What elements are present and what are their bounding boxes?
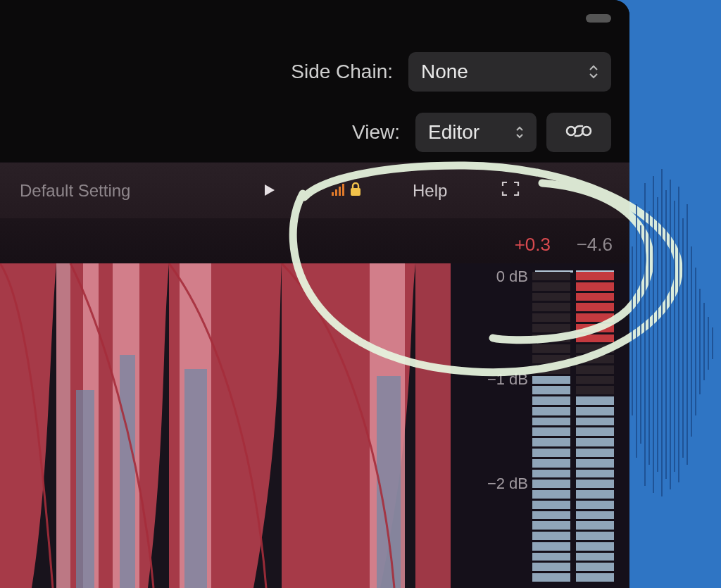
meter-segment	[532, 490, 570, 499]
db-scale: 0 dB −1 dB −2 dB	[451, 263, 535, 588]
meter-segment	[576, 324, 614, 332]
meter-segment	[576, 501, 614, 509]
sidechain-select[interactable]: None	[408, 52, 611, 92]
meter-segment	[576, 511, 614, 520]
bars-icon	[331, 181, 348, 201]
meter-segment	[532, 532, 570, 540]
meter-segment	[576, 449, 614, 457]
background-wave-icon	[629, 162, 721, 500]
meter-segment	[576, 407, 614, 415]
meter-segment	[532, 511, 570, 520]
fullscreen-icon	[501, 181, 520, 201]
peak-readout-bar: +0.3 −4.6	[0, 218, 629, 263]
scale-tick: −1 dB	[487, 370, 528, 389]
chevron-updown-icon	[589, 65, 598, 79]
sidechain-label: Side Chain:	[291, 61, 393, 83]
meter-segment	[576, 521, 614, 530]
meter-left[interactable]	[532, 272, 570, 582]
meter-segment	[576, 282, 614, 291]
meter-segment	[576, 427, 614, 436]
meter-segment	[576, 480, 614, 488]
svg-rect-10	[377, 376, 401, 588]
view-label: View:	[352, 121, 400, 144]
meter-segment	[532, 418, 570, 426]
scale-tick: 0 dB	[496, 268, 528, 286]
meter-segment	[576, 313, 614, 322]
fullscreen-button[interactable]	[501, 181, 520, 201]
meter-segment	[532, 573, 570, 582]
meter-segment	[532, 313, 570, 322]
link-button[interactable]	[546, 113, 611, 152]
meter-segment	[532, 324, 570, 332]
meter-segment	[532, 501, 570, 509]
meter-segment	[532, 334, 570, 343]
view-row: View: Editor	[352, 113, 611, 152]
meter-segment	[532, 470, 570, 478]
lock-icon	[349, 181, 362, 201]
svg-rect-6	[351, 188, 360, 196]
meter-segment	[532, 449, 570, 457]
scale-tick: −2 dB	[487, 475, 528, 493]
meter-segment	[576, 272, 614, 280]
peak-value-left[interactable]: +0.3	[515, 234, 551, 256]
help-button[interactable]: Help	[413, 181, 447, 201]
meter-segment	[576, 563, 614, 571]
meter-segment	[532, 553, 570, 561]
play-icon[interactable]	[264, 181, 275, 201]
meter-segment	[576, 553, 614, 561]
meter-segment	[532, 427, 570, 436]
sidechain-row: Side Chain: None	[291, 52, 611, 92]
true-peak-lock-button[interactable]	[331, 181, 362, 201]
meter-segment	[532, 407, 570, 415]
meter-segment	[576, 355, 614, 363]
svg-rect-3	[335, 189, 337, 196]
plugin-window: Side Chain: None View: Editor	[0, 0, 629, 588]
output-meters	[532, 272, 614, 582]
meter-segment	[532, 480, 570, 488]
peak-value-right[interactable]: −4.6	[577, 234, 613, 256]
meter-segment	[532, 365, 570, 374]
meter-segment	[576, 365, 614, 374]
meter-segment	[576, 459, 614, 468]
window-header: Side Chain: None View: Editor	[0, 0, 629, 162]
preset-name[interactable]: Default Setting	[20, 181, 130, 201]
view-select[interactable]: Editor	[415, 113, 537, 152]
meter-segment	[532, 386, 570, 394]
meter-segment	[532, 303, 570, 311]
view-value: Editor	[428, 121, 479, 144]
meter-segment	[576, 573, 614, 582]
sidechain-value: None	[421, 61, 468, 83]
svg-rect-4	[339, 187, 341, 196]
svg-rect-2	[332, 192, 334, 196]
meter-segment	[532, 459, 570, 468]
meter-segment	[532, 438, 570, 446]
meter-segment	[576, 334, 614, 343]
meter-segment	[576, 418, 614, 426]
meter-segment	[576, 293, 614, 301]
meter-segment	[576, 386, 614, 394]
meter-segment	[576, 376, 614, 384]
meter-segment	[532, 376, 570, 384]
plugin-toolbar: Default Setting Help	[0, 162, 629, 218]
meter-segment	[532, 344, 570, 353]
meter-segment	[576, 490, 614, 499]
limiter-display: 0 dB −1 dB −2 dB	[0, 263, 629, 588]
waveform-history	[0, 263, 451, 588]
meter-segment	[576, 396, 614, 405]
svg-rect-8	[120, 355, 135, 588]
svg-rect-7	[76, 390, 94, 588]
meter-segment	[576, 303, 614, 311]
meter-segment	[532, 563, 570, 571]
window-grabber[interactable]	[586, 14, 611, 23]
meter-segment	[576, 470, 614, 478]
meter-segment	[532, 396, 570, 405]
meter-segment	[532, 272, 570, 280]
meter-segment	[576, 438, 614, 446]
meter-segment	[532, 542, 570, 551]
meter-right[interactable]	[576, 272, 614, 582]
svg-rect-9	[184, 369, 207, 588]
link-icon	[565, 121, 593, 144]
meter-segment	[532, 293, 570, 301]
meter-segment	[576, 542, 614, 551]
meter-segment	[532, 355, 570, 363]
